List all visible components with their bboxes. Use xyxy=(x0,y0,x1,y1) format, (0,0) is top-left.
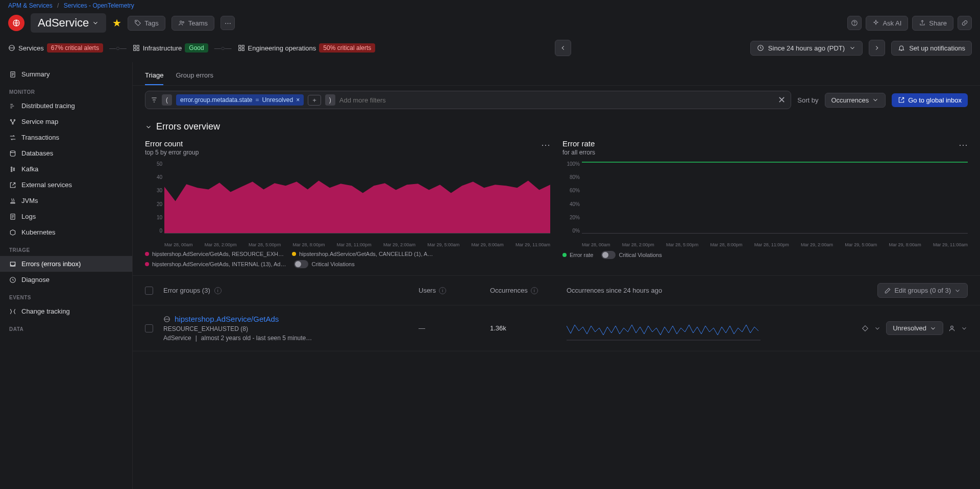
chart-plot[interactable] xyxy=(582,161,968,234)
info-icon[interactable]: i xyxy=(531,287,538,294)
filter-add-chip[interactable]: + xyxy=(308,95,321,106)
sidebar-item-jvms[interactable]: JVMs xyxy=(0,193,132,209)
legend-item[interactable]: Error rate xyxy=(562,252,593,258)
chart-title: Error count xyxy=(145,139,199,148)
help-icon xyxy=(851,19,858,27)
tags-button[interactable]: Tags xyxy=(128,16,165,31)
tab-group-errors[interactable]: Group errors xyxy=(176,66,213,85)
sidebar-item-kafka[interactable]: Kafka xyxy=(0,161,132,177)
error-group-link[interactable]: hipstershop.AdService/GetAds xyxy=(163,315,408,323)
sidebar-item-diagnose[interactable]: Diagnose xyxy=(0,272,132,288)
clear-filter-button[interactable]: ✕ xyxy=(778,94,786,106)
sidebar-item-transactions[interactable]: Transactions xyxy=(0,130,132,145)
chevron-left-icon xyxy=(559,44,567,52)
teams-button[interactable]: Teams xyxy=(172,16,214,31)
chevron-down-icon[interactable] xyxy=(961,325,968,332)
chart-menu-button[interactable]: ⋯ xyxy=(541,139,550,150)
filter-input[interactable] xyxy=(339,96,774,104)
chart-menu-button[interactable]: ⋯ xyxy=(959,139,968,150)
critical-violations-toggle[interactable]: Critical Violations xyxy=(601,251,662,259)
go-to-global-inbox-button[interactable]: Go to global inbox xyxy=(892,93,968,107)
kubernetes-icon xyxy=(9,229,16,236)
x-axis: Mar 28, 00amMar 28, 2:00pmMar 28, 5:00pm… xyxy=(582,242,968,248)
row-sparkline[interactable] xyxy=(567,316,761,341)
services-context[interactable]: Services 67% critical alerts xyxy=(8,43,103,53)
breadcrumb: APM & Services / Services - OpenTelemetr… xyxy=(0,0,980,9)
svg-point-1 xyxy=(136,21,137,22)
chart-title: Error rate xyxy=(562,139,595,148)
engineering-context[interactable]: Engineering operations 50% critical aler… xyxy=(238,43,376,53)
svg-point-18 xyxy=(14,119,15,120)
sidebar: Summary MONITOR Distributed tracing Serv… xyxy=(0,62,133,489)
tabs: Triage Group errors xyxy=(133,62,980,86)
svg-point-19 xyxy=(12,123,13,124)
filter-chip[interactable]: error.group.metadata.state = Unresolved … xyxy=(176,94,304,106)
ask-ai-button[interactable]: Ask AI xyxy=(866,16,908,31)
user-icon[interactable] xyxy=(948,325,955,332)
tab-triage[interactable]: Triage xyxy=(145,66,163,85)
info-icon[interactable]: i xyxy=(214,287,222,294)
y-axis: 100%80%60%40%20%0% xyxy=(562,161,580,234)
select-all-checkbox[interactable] xyxy=(145,287,153,295)
row-age: almost 2 years old - last seen 5 minute… xyxy=(201,334,312,342)
legend-item[interactable]: hipstershop.AdService/GetAds, RESOURCE_E… xyxy=(145,251,284,257)
diamond-icon[interactable] xyxy=(862,325,869,332)
time-range-picker[interactable]: Since 24 hours ago (PDT) xyxy=(750,41,863,56)
chart-subtitle: top 5 by error group xyxy=(145,149,199,156)
grid-icon xyxy=(133,44,140,52)
row-checkbox[interactable] xyxy=(145,324,153,332)
overview-toggle[interactable]: Errors overview xyxy=(145,121,968,132)
service-name-dropdown[interactable]: AdService xyxy=(31,13,106,33)
sidebar-item-summary[interactable]: Summary xyxy=(0,66,132,82)
map-icon xyxy=(9,118,16,125)
legend-item[interactable]: hipstershop.AdService/GetAds, INTERNAL (… xyxy=(145,261,286,267)
sidebar-item-service-map[interactable]: Service map xyxy=(0,114,132,130)
sparkle-icon xyxy=(872,19,879,27)
more-menu-button[interactable]: ⋯ xyxy=(220,16,235,30)
chart-plot[interactable] xyxy=(164,161,550,234)
svg-point-25 xyxy=(13,169,14,170)
sidebar-item-logs[interactable]: Logs xyxy=(0,209,132,224)
time-next-button[interactable] xyxy=(869,40,885,56)
filter-box[interactable]: ( error.group.metadata.state = Unresolve… xyxy=(145,91,791,109)
info-icon[interactable]: i xyxy=(439,287,446,294)
state-dropdown[interactable]: Unresolved xyxy=(886,321,943,335)
time-prev-button[interactable] xyxy=(555,40,571,56)
chevron-down-icon xyxy=(954,287,961,294)
globe-icon xyxy=(163,316,170,323)
clock-icon xyxy=(757,44,764,52)
col-occurrences: Occurrences xyxy=(490,287,528,294)
change-icon xyxy=(9,308,16,315)
sort-dropdown[interactable]: Occurrences xyxy=(825,93,886,108)
help-button[interactable] xyxy=(847,16,862,30)
svg-rect-11 xyxy=(238,45,240,47)
setup-notifications-button[interactable]: Set up notifications xyxy=(891,41,972,56)
sidebar-item-databases[interactable]: Databases xyxy=(0,145,132,161)
copy-link-button[interactable] xyxy=(958,16,972,30)
breadcrumb-services[interactable]: Services - OpenTelemetry xyxy=(64,2,134,9)
chevron-down-icon xyxy=(849,44,856,52)
svg-point-20 xyxy=(10,150,15,152)
jvm-icon xyxy=(9,197,16,204)
svg-point-2 xyxy=(180,21,182,23)
infrastructure-context[interactable]: Infrastructure Good xyxy=(133,43,208,53)
sort-by-label: Sort by xyxy=(797,96,818,104)
sidebar-item-change-tracking[interactable]: Change tracking xyxy=(0,303,132,319)
close-icon[interactable]: × xyxy=(296,96,300,104)
chevron-down-icon[interactable] xyxy=(874,325,881,332)
breadcrumb-apm[interactable]: APM & Services xyxy=(8,2,53,9)
errors-overview-section: Errors overview Error count top 5 by err… xyxy=(133,114,980,275)
sidebar-item-errors-inbox[interactable]: Errors (errors inbox) xyxy=(0,256,132,272)
favorite-star[interactable]: ★ xyxy=(112,17,121,29)
legend-item[interactable]: hipstershop.AdService/GetAds, CANCELLED … xyxy=(292,251,433,257)
edit-groups-button[interactable]: Edit groups (0 of 3) xyxy=(877,283,968,298)
sidebar-item-kubernetes[interactable]: Kubernetes xyxy=(0,224,132,240)
critical-violations-toggle[interactable]: Critical Violations xyxy=(294,260,354,268)
diagnose-icon xyxy=(9,276,16,284)
row-service: AdService xyxy=(163,334,191,342)
sidebar-item-external-services[interactable]: External services xyxy=(0,177,132,193)
svg-rect-10 xyxy=(137,48,139,50)
share-button[interactable]: Share xyxy=(912,16,953,31)
sidebar-heading-monitor: MONITOR xyxy=(0,82,132,98)
sidebar-item-distributed-tracing[interactable]: Distributed tracing xyxy=(0,98,132,114)
